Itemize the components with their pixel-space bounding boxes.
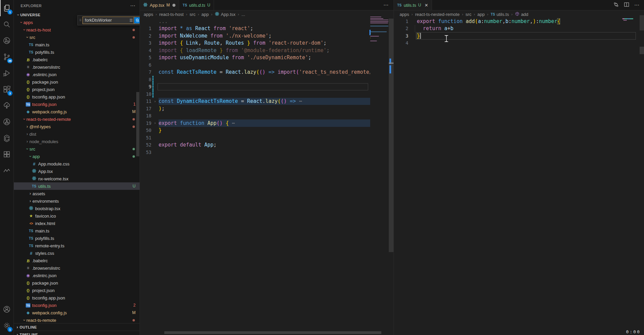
- tree-item-.eslintrc.json[interactable]: ◉.eslintrc.json: [14, 272, 140, 279]
- tab-utils.ts[interactable]: TSutils.tsU✕: [394, 0, 432, 10]
- right-code-editor[interactable]: 1export function add(a:number,b:number,)…: [394, 18, 639, 335]
- activity-bar-item-nx-console[interactable]: [0, 130, 14, 146]
- breadcrumb-apps[interactable]: apps: [144, 12, 153, 17]
- activity-bar-item-accounts[interactable]: [0, 301, 14, 317]
- right-vertical-scrollbar[interactable]: [640, 15, 644, 30]
- tree-item-polyfills.ts[interactable]: TSpolyfills.ts: [14, 48, 140, 56]
- tree-item-webpack.config.js[interactable]: ◈webpack.config.jsM: [14, 108, 140, 115]
- minimap[interactable]: [370, 15, 389, 83]
- tree-item-package.json[interactable]: {}package.json: [14, 78, 140, 86]
- tree-item-react-ts-remote[interactable]: ›react-ts-remote: [14, 316, 140, 324]
- breadcrumb-react-ts-host[interactable]: react-ts-host: [159, 12, 184, 17]
- tab-App.tsx[interactable]: App.tsxM: [140, 0, 179, 10]
- tree-item-react-ts-nested-remote[interactable]: ›react-ts-nested-remote: [14, 115, 140, 123]
- tree-item-src[interactable]: ›src: [14, 34, 140, 41]
- tree-item-tsconfig.app.json[interactable]: {}tsconfig.app.json: [14, 93, 140, 100]
- code-line-6[interactable]: 6: [140, 61, 370, 69]
- code-line-10[interactable]: 10: [140, 90, 370, 98]
- breadcrumb-App.tsx[interactable]: App.tsx: [215, 12, 235, 17]
- left-horizontal-scrollbar[interactable]: [164, 331, 381, 334]
- code-line-11[interactable]: 11›const DynamicReactTsRemote = React.la…: [140, 98, 370, 105]
- filter-icon[interactable]: ☰: [128, 18, 134, 23]
- code-line-2[interactable]: 2 return a+b: [394, 25, 639, 32]
- explorer-more-actions-button[interactable]: ⋯: [130, 3, 136, 9]
- tree-item-app[interactable]: ›app: [14, 153, 140, 160]
- tree-item-main.ts[interactable]: TSmain.ts: [14, 227, 140, 234]
- activity-bar-item-wave-tool[interactable]: [0, 162, 14, 179]
- tree-item-favicon.ico[interactable]: ★favicon.ico: [14, 212, 140, 220]
- code-line-8[interactable]: 8: [140, 76, 370, 83]
- activity-bar-item-settings[interactable]: 1: [0, 317, 14, 334]
- code-line-51[interactable]: 51: [140, 134, 370, 141]
- left-editor-more-actions-button[interactable]: ⋯: [383, 2, 389, 8]
- tree-item-.browserslistrc[interactable]: ≡.browserslistrc: [14, 264, 140, 272]
- tree-item-project.json[interactable]: {}project.json: [14, 86, 140, 93]
- dirty-indicator-icon[interactable]: [172, 4, 175, 7]
- activity-bar-item-git-graph[interactable]: [0, 114, 14, 130]
- find-widget-grip[interactable]: ⠿: [78, 20, 82, 21]
- tree-item-bootstrap.tsx[interactable]: bootstrap.tsx: [14, 205, 140, 212]
- breadcrumb-...[interactable]: ...: [241, 12, 245, 17]
- code-line-17[interactable]: 17);: [140, 105, 370, 112]
- activity-bar-item-explorer[interactable]: 1: [0, 0, 14, 16]
- left-vertical-scrollbar[interactable]: [389, 19, 393, 252]
- tree-item-polyfills.ts[interactable]: TSpolyfills.ts: [14, 234, 140, 242]
- breadcrumb-src[interactable]: src: [466, 12, 471, 17]
- timeline-section[interactable]: › TIMELINE: [14, 331, 140, 335]
- breadcrumb-app[interactable]: app: [201, 12, 209, 17]
- code-line-4[interactable]: 4import { loadRemote } from '@module-fed…: [140, 47, 370, 54]
- code-line-1[interactable]: 1import * as React from 'react';: [140, 25, 370, 32]
- code-line-2[interactable]: 2import NxWelcome from './nx-welcome';: [140, 32, 370, 40]
- code-line-9[interactable]: 9: [140, 83, 370, 91]
- code-line-5[interactable]: 5import useDynamicModule from './useDyna…: [140, 54, 370, 62]
- find-input[interactable]: forkDtsWorker ☰: [82, 17, 140, 24]
- tab-utils.d.ts[interactable]: TSutils.d.tsU: [179, 0, 214, 10]
- tree-item-node_modules[interactable]: ›node_modules: [14, 138, 140, 145]
- activity-bar-item-testing-tree[interactable]: [0, 97, 14, 114]
- fold-chevron-icon[interactable]: ›: [151, 121, 159, 125]
- activity-bar-item-grid-tool[interactable]: [0, 146, 14, 162]
- code-line-7[interactable]: 7const ReactTsRemote = React.lazy(() => …: [140, 69, 370, 76]
- tree-item-project.json[interactable]: {}project.json: [14, 287, 140, 294]
- tree-item-main.ts[interactable]: TSmain.ts: [14, 41, 140, 48]
- left-code-editor[interactable]: ...1import * as React from 'react';2impo…: [140, 18, 370, 335]
- tree-item-react-ts-host[interactable]: ›react-ts-host: [14, 26, 140, 34]
- activity-bar-item-remote-explorer[interactable]: [0, 32, 14, 49]
- tree-item-index.html[interactable]: <>index.html: [14, 220, 140, 227]
- tree-item-dist[interactable]: ›dist: [14, 130, 140, 138]
- tree-item-styles.css[interactable]: #styles.css: [14, 249, 140, 257]
- tree-item-.eslintrc.json[interactable]: ◉.eslintrc.json: [14, 71, 140, 78]
- tree-item-.babelrc[interactable]: B.babelrc: [14, 56, 140, 63]
- tree-scrollbar[interactable]: [136, 92, 139, 156]
- code-line-50[interactable]: 50}: [140, 127, 370, 134]
- tree-item-utils.ts[interactable]: TSutils.tsU: [14, 182, 140, 190]
- fuzzy-search-toggle[interactable]: [134, 17, 140, 23]
- outline-section[interactable]: › OUTLINE: [14, 323, 140, 331]
- activity-bar-item-extensions[interactable]: 3: [0, 81, 14, 97]
- breadcrumb-react-ts-nested-remote[interactable]: react-ts-nested-remote: [415, 12, 460, 17]
- tree-item-environments[interactable]: ›environments: [14, 197, 140, 205]
- breadcrumb-src[interactable]: src: [190, 12, 195, 17]
- tree-item-src[interactable]: ›src: [14, 145, 140, 153]
- tree-item-App.module.css[interactable]: #App.module.css: [14, 160, 140, 168]
- tree-item-webpack.config.js[interactable]: ◈webpack.config.jsM: [14, 309, 140, 316]
- compare-button[interactable]: [613, 2, 619, 9]
- activity-bar-item-source-control[interactable]: 38: [0, 49, 14, 65]
- tree-item-assets[interactable]: ›assets: [14, 190, 140, 197]
- code-line-18[interactable]: 18: [140, 112, 370, 120]
- code-line-52[interactable]: 52export default App;: [140, 141, 370, 149]
- code-line-4[interactable]: 4: [394, 40, 639, 47]
- fold-chevron-icon[interactable]: ›: [151, 99, 159, 104]
- activity-bar-item-search[interactable]: [0, 16, 14, 32]
- code-line-19[interactable]: 19›export function App() { ⋯: [140, 119, 370, 127]
- tree-item-tsconfig.json[interactable]: TStsconfig.json2: [14, 302, 140, 309]
- code-line-3[interactable]: 3}: [394, 32, 639, 40]
- close-icon[interactable]: ✕: [425, 3, 428, 8]
- code-line-53[interactable]: 53: [140, 149, 370, 156]
- tree-item-tsconfig.app.json[interactable]: {}tsconfig.app.json: [14, 294, 140, 302]
- tree-item-nx-welcome.tsx[interactable]: nx-welcome.tsx: [14, 175, 140, 182]
- tree-item-remote-entry.ts[interactable]: TSremote-entry.ts: [14, 242, 140, 249]
- tree-item-tsconfig.json[interactable]: TStsconfig.json1: [14, 100, 140, 108]
- breadcrumb-apps[interactable]: apps: [400, 12, 409, 17]
- tree-item-.browserslistrc[interactable]: ≡.browserslistrc: [14, 63, 140, 71]
